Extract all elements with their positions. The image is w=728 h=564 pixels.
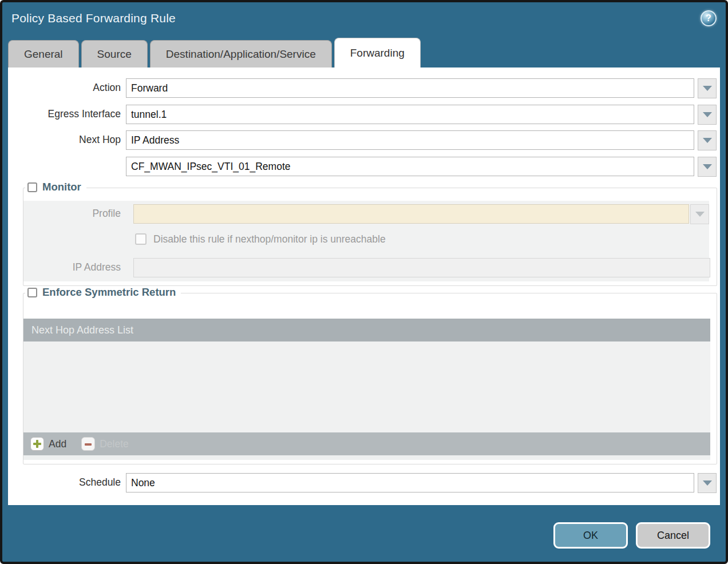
dialog-title: Policy Based Forwarding Rule <box>11 11 176 25</box>
next-hop-address-list-body <box>23 341 710 432</box>
delete-button: Delete <box>81 437 129 451</box>
forwarding-tab-panel: Action Egress Interface Next Hop <box>8 67 720 505</box>
egress-interface-dropdown-button[interactable] <box>698 105 717 125</box>
egress-interface-select[interactable] <box>126 105 694 124</box>
next-hop-address-dropdown-button[interactable] <box>698 157 717 177</box>
next-hop-address-list-header: Next Hop Address List <box>23 319 710 341</box>
enforce-symmetric-return-section: Enforce Symmetric Return Next Hop Addres… <box>23 293 717 464</box>
tab-bar: General Source Destination/Application/S… <box>8 38 421 67</box>
chevron-down-icon <box>703 480 712 486</box>
monitor-ip-address-input <box>133 258 710 277</box>
action-label: Action <box>8 78 121 98</box>
delete-button-label: Delete <box>100 438 129 450</box>
chevron-down-icon <box>703 112 712 117</box>
next-hop-dropdown-button[interactable] <box>698 130 717 150</box>
next-hop-label: Next Hop <box>8 130 121 150</box>
action-dropdown-button[interactable] <box>698 78 717 98</box>
next-hop-address-row <box>8 157 720 176</box>
ok-button[interactable]: OK <box>553 522 628 549</box>
profile-select <box>133 204 689 224</box>
table-bottom-strip <box>23 455 710 460</box>
enforce-symmetric-return-checkbox[interactable] <box>27 288 37 297</box>
schedule-label: Schedule <box>8 473 121 492</box>
monitor-checkbox[interactable] <box>27 182 37 192</box>
schedule-select[interactable] <box>126 473 694 492</box>
chevron-down-icon <box>695 212 705 217</box>
add-plus-icon <box>30 437 44 451</box>
monitor-section: Monitor Profile Disable this rule if nex… <box>23 188 717 286</box>
monitor-panel: Profile Disable this rule if nexthop/mon… <box>23 201 709 281</box>
next-hop-address-list-toolbar: Add Delete <box>23 432 710 455</box>
disable-rule-checkbox <box>135 233 147 245</box>
tab-general[interactable]: General <box>8 40 79 67</box>
add-button-label: Add <box>49 438 66 450</box>
chevron-down-icon <box>703 86 712 91</box>
egress-interface-row: Egress Interface <box>8 105 720 124</box>
add-button[interactable]: Add <box>30 437 66 451</box>
next-hop-address-select[interactable] <box>126 157 694 176</box>
action-row: Action <box>8 78 720 98</box>
cancel-button[interactable]: Cancel <box>636 522 710 549</box>
tab-destination-application-service[interactable]: Destination/Application/Service <box>150 40 332 67</box>
help-icon[interactable]: ? <box>701 10 717 26</box>
enforce-symmetric-return-legend: Enforce Symmetric Return <box>25 286 181 299</box>
chevron-down-icon <box>703 164 712 169</box>
action-select[interactable] <box>126 78 694 98</box>
next-hop-address-list-table: Next Hop Address List Add Delete <box>23 319 710 460</box>
disable-rule-label: Disable this rule if nexthop/monitor ip … <box>153 233 386 245</box>
monitor-ip-address-label: IP Address <box>23 258 121 277</box>
monitor-legend-label: Monitor <box>42 181 81 193</box>
profile-dropdown-button <box>690 204 709 224</box>
delete-minus-icon <box>81 437 95 451</box>
next-hop-type-select[interactable] <box>126 130 694 150</box>
next-hop-row: Next Hop <box>8 130 720 150</box>
disable-rule-row: Disable this rule if nexthop/monitor ip … <box>135 233 386 245</box>
monitor-legend: Monitor <box>25 181 86 193</box>
tab-source[interactable]: Source <box>81 40 148 67</box>
enforce-symmetric-return-legend-label: Enforce Symmetric Return <box>42 286 176 299</box>
schedule-dropdown-button[interactable] <box>698 473 717 493</box>
chevron-down-icon <box>703 138 712 143</box>
profile-label: Profile <box>23 204 121 224</box>
schedule-row: Schedule <box>8 473 720 492</box>
pbf-rule-dialog: Policy Based Forwarding Rule ? General S… <box>0 0 728 564</box>
tab-forwarding[interactable]: Forwarding <box>334 38 421 67</box>
egress-interface-label: Egress Interface <box>8 105 121 124</box>
